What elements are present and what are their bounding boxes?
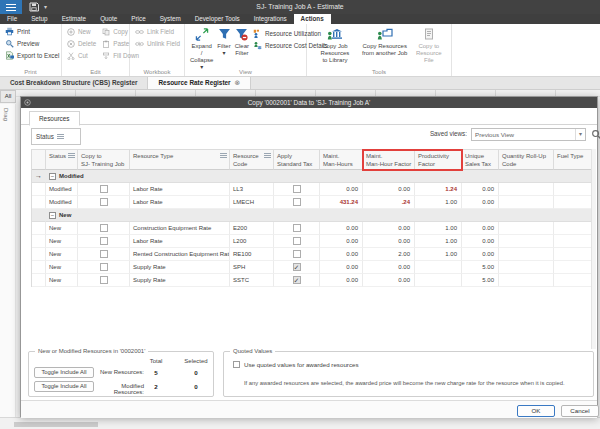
col-apply-standard-tax[interactable]: ApplyStandard Tax <box>274 150 320 170</box>
preview-button[interactable]: Preview <box>3 38 58 49</box>
quoted-values-note: If any awarded resources are selected, t… <box>244 380 589 386</box>
tab-resources[interactable]: Resources <box>29 111 80 126</box>
col-unique-sales-tax[interactable]: UniqueSales Tax <box>462 150 499 170</box>
resource-utilization-icon <box>253 29 262 38</box>
unlink-field-button: Unlink Field <box>133 38 181 49</box>
toggle-include-all-new-button[interactable]: Toggle Include All <box>34 367 94 378</box>
status-cell: New <box>46 235 78 248</box>
table-row[interactable]: New Supply Rate SSTC ✓ 0.00 0.00 5.00 <box>32 274 594 287</box>
sales-tax-cell: 0.00 <box>462 235 499 248</box>
modified-resources-selected: 0 <box>178 383 214 390</box>
col-quantity-roll-up-code[interactable]: Quantity Roll-UpCode <box>499 150 554 170</box>
tab-quote[interactable]: Quote <box>93 14 124 24</box>
toggle-include-all-modified-button[interactable]: Toggle Include All <box>34 381 94 392</box>
man-hours-cell: 0.00 <box>320 222 363 235</box>
export-to-excel-button[interactable]: Export to Excel <box>3 50 58 61</box>
col-maint-man-hours[interactable]: Maint.Man-Hours <box>320 150 363 170</box>
tax-checkbox[interactable]: ✓ <box>293 276 301 284</box>
dialog-tab-strip: Resources <box>21 108 597 125</box>
copy-data-dialog: Copy '0002001' Data to 'SJ- Training Job… <box>20 96 598 417</box>
scrollbar-thumb[interactable] <box>14 422 98 427</box>
table-row[interactable]: New Labor Rate L200 0.00 0.00 1.00 0.00 <box>32 235 594 248</box>
tab-close-icon[interactable]: ⊗ <box>235 77 241 89</box>
col-resource-code[interactable]: ResourceCode <box>230 150 274 170</box>
col-fuel-type[interactable]: Fuel Type <box>554 150 595 170</box>
table-row[interactable]: New Supply Rate SPH ✓ 0.00 0.00 5.00 <box>32 261 594 274</box>
print-button[interactable]: Print <box>3 26 58 37</box>
clear-filter-button[interactable]: Clear Filter <box>233 26 251 57</box>
ribbon-group-workbook: Link Field Unlink Field Workbook <box>130 24 185 76</box>
clipboard-icon <box>102 40 110 48</box>
collapse-group-icon[interactable]: − <box>49 212 56 219</box>
tab-integrations[interactable]: Integrations <box>247 14 294 24</box>
use-quoted-values-checkbox[interactable] <box>233 361 240 368</box>
copy-to-resource-file-button: Copy to Resource File <box>410 26 448 64</box>
man-hours-cell: 0.00 <box>320 274 363 287</box>
productivity-factor-cell: 1.24 <box>415 183 462 196</box>
table-row[interactable]: New Rented Construction Equipment Rate R… <box>32 248 594 261</box>
copy-checkbox[interactable] <box>100 263 108 271</box>
tab-system[interactable]: System <box>153 14 188 24</box>
tab-resource-rate-register[interactable]: Resource Rate Register ⊗ <box>147 77 251 89</box>
tax-checkbox[interactable] <box>293 198 301 206</box>
status-cell: New <box>46 222 78 235</box>
productivity-factor-cell <box>415 261 462 274</box>
man-hour-factor-cell: 0.00 <box>363 274 415 287</box>
tax-checkbox[interactable] <box>293 250 301 258</box>
search-views-icon[interactable] <box>591 129 600 140</box>
tax-checkbox[interactable]: ✓ <box>293 263 301 271</box>
horizontal-scrollbar[interactable] <box>0 417 600 429</box>
resources-grid: Status Copy toSJ- Training Job A Resourc… <box>31 149 594 287</box>
app-window: ▾ SJ- Training Job A - Estimate File Set… <box>0 0 600 429</box>
tab-developer-tools[interactable]: Developer Tools <box>188 14 247 24</box>
expand-collapse-button[interactable]: Expand / Collapse ▾ <box>188 26 215 71</box>
resource-code-cell: SPH <box>230 261 274 274</box>
group-row-new[interactable]: −New <box>32 209 594 222</box>
copy-resources-from-another-job-button[interactable]: Copy Resources from another Job <box>360 26 410 57</box>
copy-job-resources-to-library-button[interactable]: Copy Job Resources to Library <box>310 26 360 64</box>
tab-setup[interactable]: Setup <box>24 14 54 24</box>
select-all-button[interactable]: All <box>0 90 16 103</box>
table-row[interactable]: Modified Labor Rate LMECH 431.24 .24 1.0… <box>32 196 594 209</box>
group-label-workbook: Workbook <box>130 69 184 75</box>
tab-file[interactable]: File <box>0 14 24 24</box>
copy-checkbox[interactable] <box>100 250 108 258</box>
saved-views-select[interactable]: Previous View ▾ <box>471 128 586 141</box>
status-cell: New <box>46 248 78 261</box>
tab-cbs-register[interactable]: Cost Breakdown Structure (CBS) Register <box>0 77 147 89</box>
resource-type-cell: Supply Rate <box>130 274 230 287</box>
copy-checkbox[interactable] <box>100 185 108 193</box>
tab-price[interactable]: Price <box>124 14 152 24</box>
copy-checkbox[interactable] <box>100 237 108 245</box>
tax-checkbox[interactable] <box>293 237 301 245</box>
vertical-scrollbar[interactable] <box>591 149 596 349</box>
filter-button[interactable]: Filter ▾ <box>215 26 232 57</box>
resource-code-cell: LL3 <box>230 183 274 196</box>
copy-checkbox[interactable] <box>100 198 108 206</box>
new-button: New <box>65 26 98 37</box>
table-row[interactable]: Modified Labor Rate LL3 0.00 0.00 1.24 0… <box>32 183 594 196</box>
col-maint-man-hour-factor[interactable]: Maint.Man-Hour Factor <box>363 150 415 170</box>
man-hour-factor-cell: 2.00 <box>363 248 415 261</box>
tab-actions[interactable]: Actions <box>294 14 331 24</box>
copy-checkbox[interactable] <box>100 224 108 232</box>
copy-checkbox[interactable] <box>100 276 108 284</box>
col-productivity-factor[interactable]: ProductivityFactor <box>415 150 462 170</box>
tax-checkbox[interactable] <box>293 185 301 193</box>
table-row[interactable]: New Construction Equipment Rate E200 0.0… <box>32 222 594 235</box>
ok-button[interactable]: OK <box>517 405 555 417</box>
register-tab-bar: Cost Breakdown Structure (CBS) Register … <box>0 77 600 90</box>
col-copy-to[interactable]: Copy toSJ- Training Job A <box>78 150 130 170</box>
col-resource-type[interactable]: Resource Type <box>130 150 230 170</box>
tab-estimate[interactable]: Estimate <box>55 14 94 24</box>
col-status[interactable]: Status <box>46 150 78 170</box>
group-row-modified[interactable]: → −Modified <box>32 170 594 183</box>
new-resources-label: New Resources: <box>92 369 144 375</box>
group-by-status-chip[interactable]: Status <box>31 128 81 145</box>
fill-down-icon <box>102 52 110 60</box>
quoted-values-panel: Quoted Values Use quoted values for awar… <box>223 351 594 397</box>
cancel-button[interactable]: Cancel <box>561 405 599 417</box>
collapse-group-icon[interactable]: − <box>49 173 56 180</box>
link-icon <box>135 28 144 36</box>
tax-checkbox[interactable] <box>293 224 301 232</box>
